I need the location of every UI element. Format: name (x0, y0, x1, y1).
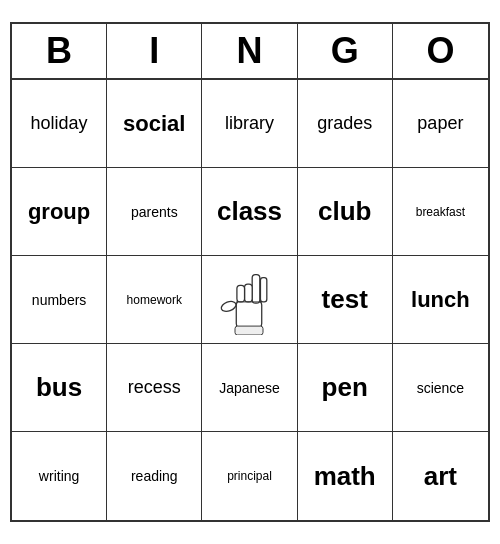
cell-3-0[interactable]: bus (12, 344, 107, 432)
cell-0-0[interactable]: holiday (12, 80, 107, 168)
cell-0-1[interactable]: social (107, 80, 202, 168)
bingo-card: B I N G O holiday social library grades … (10, 22, 490, 522)
cell-1-3[interactable]: club (298, 168, 393, 256)
cell-4-1[interactable]: reading (107, 432, 202, 520)
header-n: N (202, 24, 297, 78)
header-b: B (12, 24, 107, 78)
bingo-header: B I N G O (12, 24, 488, 80)
cell-4-3[interactable]: math (298, 432, 393, 520)
hand-sign-icon (214, 265, 284, 335)
header-o: O (393, 24, 488, 78)
cell-3-4[interactable]: science (393, 344, 488, 432)
svg-rect-7 (235, 326, 263, 335)
svg-point-1 (220, 299, 237, 313)
svg-rect-3 (245, 284, 253, 302)
cell-2-0[interactable]: numbers (12, 256, 107, 344)
cell-1-2[interactable]: class (202, 168, 297, 256)
cell-0-2[interactable]: library (202, 80, 297, 168)
cell-0-4[interactable]: paper (393, 80, 488, 168)
cell-2-1[interactable]: homework (107, 256, 202, 344)
cell-1-1[interactable]: parents (107, 168, 202, 256)
cell-4-0[interactable]: writing (12, 432, 107, 520)
cell-2-2-hand[interactable] (202, 256, 297, 344)
svg-rect-5 (261, 277, 267, 301)
header-i: I (107, 24, 202, 78)
cell-4-2[interactable]: principal (202, 432, 297, 520)
cell-0-3[interactable]: grades (298, 80, 393, 168)
svg-rect-0 (237, 300, 262, 329)
cell-1-4[interactable]: breakfast (393, 168, 488, 256)
cell-3-1[interactable]: recess (107, 344, 202, 432)
header-g: G (298, 24, 393, 78)
cell-2-4[interactable]: lunch (393, 256, 488, 344)
svg-rect-2 (253, 274, 261, 303)
cell-3-3[interactable]: pen (298, 344, 393, 432)
cell-3-2[interactable]: Japanese (202, 344, 297, 432)
cell-2-3[interactable]: test (298, 256, 393, 344)
bingo-grid: holiday social library grades paper grou… (12, 80, 488, 520)
cell-1-0[interactable]: group (12, 168, 107, 256)
svg-rect-4 (237, 285, 245, 302)
cell-4-4[interactable]: art (393, 432, 488, 520)
